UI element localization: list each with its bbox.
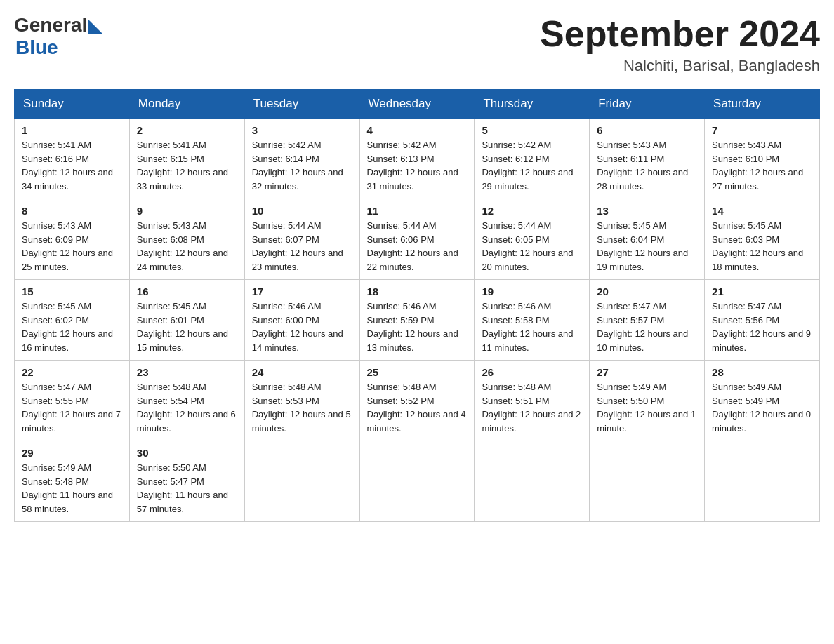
day-info: Sunrise: 5:45 AMSunset: 6:01 PMDaylight:… xyxy=(137,300,237,354)
calendar-cell: 7 Sunrise: 5:43 AMSunset: 6:10 PMDayligh… xyxy=(705,119,820,199)
day-info: Sunrise: 5:45 AMSunset: 6:03 PMDaylight:… xyxy=(712,219,812,274)
day-info: Sunrise: 5:44 AMSunset: 6:06 PMDaylight:… xyxy=(367,219,468,274)
logo: General Blue xyxy=(14,14,102,59)
calendar-cell: 6 Sunrise: 5:43 AMSunset: 6:11 PMDayligh… xyxy=(590,119,705,199)
calendar-cell xyxy=(359,441,475,522)
day-info: Sunrise: 5:46 AMSunset: 5:59 PMDaylight:… xyxy=(367,300,468,354)
calendar-cell: 10 Sunrise: 5:44 AMSunset: 6:07 PMDaylig… xyxy=(244,199,359,280)
day-number: 16 xyxy=(137,286,237,297)
day-info: Sunrise: 5:43 AMSunset: 6:11 PMDaylight:… xyxy=(597,138,697,193)
calendar-cell: 21 Sunrise: 5:47 AMSunset: 5:56 PMDaylig… xyxy=(705,280,820,361)
calendar-cell: 14 Sunrise: 5:45 AMSunset: 6:03 PMDaylig… xyxy=(705,199,820,280)
day-number: 30 xyxy=(137,447,237,459)
calendar-cell: 13 Sunrise: 5:45 AMSunset: 6:04 PMDaylig… xyxy=(590,199,705,280)
calendar-cell: 27 Sunrise: 5:49 AMSunset: 5:50 PMDaylig… xyxy=(590,361,705,441)
calendar-cell: 15 Sunrise: 5:45 AMSunset: 6:02 PMDaylig… xyxy=(15,280,130,361)
day-number: 10 xyxy=(252,205,352,217)
day-number: 27 xyxy=(597,366,697,378)
weekday-header-tuesday: Tuesday xyxy=(244,90,359,119)
day-number: 12 xyxy=(482,205,582,217)
weekday-header-friday: Friday xyxy=(590,90,705,119)
day-number: 2 xyxy=(137,124,237,136)
weekday-header-sunday: Sunday xyxy=(15,90,130,119)
calendar-cell: 5 Sunrise: 5:42 AMSunset: 6:12 PMDayligh… xyxy=(475,119,590,199)
calendar-cell: 24 Sunrise: 5:48 AMSunset: 5:53 PMDaylig… xyxy=(244,361,359,441)
day-info: Sunrise: 5:42 AMSunset: 6:14 PMDaylight:… xyxy=(252,138,352,193)
day-info: Sunrise: 5:43 AMSunset: 6:09 PMDaylight:… xyxy=(22,219,122,274)
calendar-cell xyxy=(705,441,820,522)
calendar-cell: 30 Sunrise: 5:50 AMSunset: 5:47 PMDaylig… xyxy=(129,441,244,522)
calendar-cell: 20 Sunrise: 5:47 AMSunset: 5:57 PMDaylig… xyxy=(590,280,705,361)
calendar-cell xyxy=(590,441,705,522)
day-number: 13 xyxy=(597,205,697,217)
day-info: Sunrise: 5:42 AMSunset: 6:12 PMDaylight:… xyxy=(482,138,582,193)
calendar-cell: 3 Sunrise: 5:42 AMSunset: 6:14 PMDayligh… xyxy=(244,119,359,199)
day-number: 8 xyxy=(22,205,122,217)
day-info: Sunrise: 5:45 AMSunset: 6:04 PMDaylight:… xyxy=(597,219,697,274)
calendar-cell: 17 Sunrise: 5:46 AMSunset: 6:00 PMDaylig… xyxy=(244,280,359,361)
calendar-cell: 11 Sunrise: 5:44 AMSunset: 6:06 PMDaylig… xyxy=(359,199,475,280)
day-number: 23 xyxy=(137,366,237,378)
calendar-cell: 4 Sunrise: 5:42 AMSunset: 6:13 PMDayligh… xyxy=(359,119,475,199)
day-info: Sunrise: 5:42 AMSunset: 6:13 PMDaylight:… xyxy=(367,138,468,193)
day-number: 1 xyxy=(22,124,122,136)
weekday-header-wednesday: Wednesday xyxy=(359,90,475,119)
day-info: Sunrise: 5:47 AMSunset: 5:56 PMDaylight:… xyxy=(712,300,812,354)
calendar-week-1: 1 Sunrise: 5:41 AMSunset: 6:16 PMDayligh… xyxy=(15,119,820,199)
calendar-cell: 19 Sunrise: 5:46 AMSunset: 5:58 PMDaylig… xyxy=(475,280,590,361)
day-info: Sunrise: 5:41 AMSunset: 6:16 PMDaylight:… xyxy=(22,138,122,193)
logo-blue-text: Blue xyxy=(15,36,58,59)
calendar-week-3: 15 Sunrise: 5:45 AMSunset: 6:02 PMDaylig… xyxy=(15,280,820,361)
calendar-cell: 25 Sunrise: 5:48 AMSunset: 5:52 PMDaylig… xyxy=(359,361,475,441)
logo-triangle-icon xyxy=(88,20,102,34)
calendar-cell: 28 Sunrise: 5:49 AMSunset: 5:49 PMDaylig… xyxy=(705,361,820,441)
weekday-header-thursday: Thursday xyxy=(475,90,590,119)
day-info: Sunrise: 5:49 AMSunset: 5:50 PMDaylight:… xyxy=(597,380,697,435)
calendar-header-row: SundayMondayTuesdayWednesdayThursdayFrid… xyxy=(15,90,820,119)
day-number: 21 xyxy=(712,286,812,297)
day-info: Sunrise: 5:48 AMSunset: 5:52 PMDaylight:… xyxy=(367,380,468,435)
day-number: 11 xyxy=(367,205,468,217)
calendar-week-4: 22 Sunrise: 5:47 AMSunset: 5:55 PMDaylig… xyxy=(15,361,820,441)
calendar-cell: 29 Sunrise: 5:49 AMSunset: 5:48 PMDaylig… xyxy=(15,441,130,522)
day-info: Sunrise: 5:44 AMSunset: 6:05 PMDaylight:… xyxy=(482,219,582,274)
day-info: Sunrise: 5:48 AMSunset: 5:53 PMDaylight:… xyxy=(252,380,352,435)
day-info: Sunrise: 5:48 AMSunset: 5:51 PMDaylight:… xyxy=(482,380,582,435)
calendar-cell: 2 Sunrise: 5:41 AMSunset: 6:15 PMDayligh… xyxy=(129,119,244,199)
logo-general-text: General xyxy=(14,14,87,36)
day-number: 28 xyxy=(712,366,812,378)
calendar-cell: 8 Sunrise: 5:43 AMSunset: 6:09 PMDayligh… xyxy=(15,199,130,280)
day-number: 26 xyxy=(482,366,582,378)
calendar-week-2: 8 Sunrise: 5:43 AMSunset: 6:09 PMDayligh… xyxy=(15,199,820,280)
location-title: Nalchiti, Barisal, Bangladesh xyxy=(540,57,820,75)
month-title: September 2024 xyxy=(540,14,820,54)
day-info: Sunrise: 5:49 AMSunset: 5:48 PMDaylight:… xyxy=(22,461,122,516)
day-number: 17 xyxy=(252,286,352,297)
day-number: 20 xyxy=(597,286,697,297)
day-info: Sunrise: 5:50 AMSunset: 5:47 PMDaylight:… xyxy=(137,461,237,516)
day-number: 9 xyxy=(137,205,237,217)
calendar-cell: 12 Sunrise: 5:44 AMSunset: 6:05 PMDaylig… xyxy=(475,199,590,280)
calendar-cell xyxy=(244,441,359,522)
day-info: Sunrise: 5:47 AMSunset: 5:57 PMDaylight:… xyxy=(597,300,697,354)
title-area: September 2024 Nalchiti, Barisal, Bangla… xyxy=(540,14,820,75)
calendar-cell: 16 Sunrise: 5:45 AMSunset: 6:01 PMDaylig… xyxy=(129,280,244,361)
day-number: 15 xyxy=(22,286,122,297)
day-info: Sunrise: 5:48 AMSunset: 5:54 PMDaylight:… xyxy=(137,380,237,435)
day-info: Sunrise: 5:43 AMSunset: 6:10 PMDaylight:… xyxy=(712,138,812,193)
day-number: 25 xyxy=(367,366,468,378)
day-number: 3 xyxy=(252,124,352,136)
day-info: Sunrise: 5:43 AMSunset: 6:08 PMDaylight:… xyxy=(137,219,237,274)
calendar-cell: 18 Sunrise: 5:46 AMSunset: 5:59 PMDaylig… xyxy=(359,280,475,361)
calendar-week-5: 29 Sunrise: 5:49 AMSunset: 5:48 PMDaylig… xyxy=(15,441,820,522)
day-number: 14 xyxy=(712,205,812,217)
day-number: 4 xyxy=(367,124,468,136)
day-info: Sunrise: 5:46 AMSunset: 5:58 PMDaylight:… xyxy=(482,300,582,354)
weekday-header-saturday: Saturday xyxy=(705,90,820,119)
day-info: Sunrise: 5:49 AMSunset: 5:49 PMDaylight:… xyxy=(712,380,812,435)
day-number: 29 xyxy=(22,447,122,459)
day-number: 6 xyxy=(597,124,697,136)
day-number: 24 xyxy=(252,366,352,378)
day-info: Sunrise: 5:46 AMSunset: 6:00 PMDaylight:… xyxy=(252,300,352,354)
day-info: Sunrise: 5:41 AMSunset: 6:15 PMDaylight:… xyxy=(137,138,237,193)
